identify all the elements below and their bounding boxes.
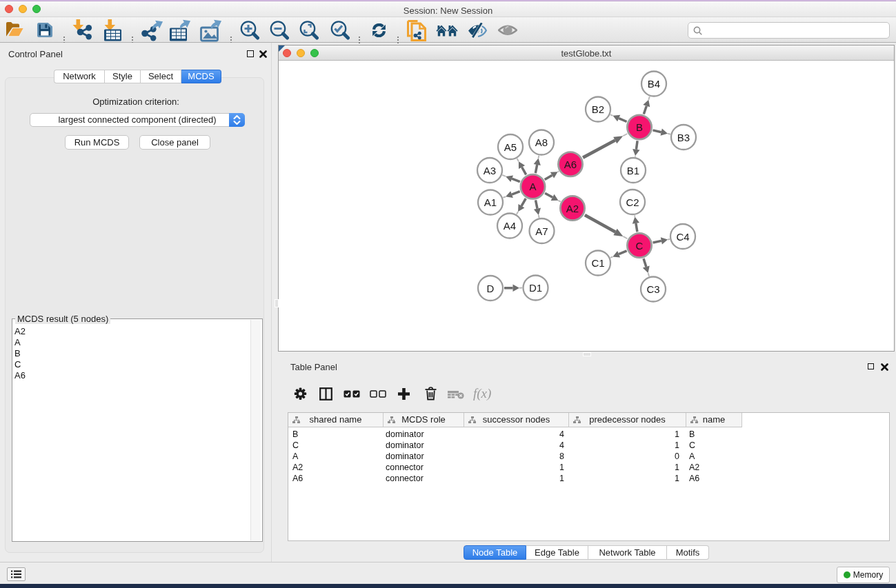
svg-text:B1: B1 [627, 165, 639, 176]
svg-text:A8: A8 [535, 136, 548, 148]
svg-text:D: D [487, 283, 495, 294]
svg-text:D1: D1 [529, 282, 542, 294]
svg-text:C2: C2 [626, 196, 639, 208]
svg-text:A3: A3 [484, 165, 496, 176]
svg-text:B: B [636, 121, 643, 133]
svg-text:A2: A2 [566, 203, 579, 214]
svg-text:C3: C3 [646, 283, 659, 295]
svg-text:B4: B4 [648, 78, 660, 90]
svg-text:A7: A7 [535, 225, 548, 237]
svg-text:C4: C4 [676, 231, 689, 243]
svg-text:A6: A6 [564, 159, 577, 170]
svg-text:A5: A5 [504, 141, 517, 153]
svg-text:B2: B2 [592, 103, 604, 115]
svg-text:B3: B3 [677, 132, 690, 143]
svg-text:A: A [529, 181, 536, 192]
svg-text:C: C [636, 240, 644, 252]
svg-text:A1: A1 [484, 196, 497, 208]
svg-text:A4: A4 [504, 220, 516, 232]
svg-text:C1: C1 [591, 257, 604, 269]
